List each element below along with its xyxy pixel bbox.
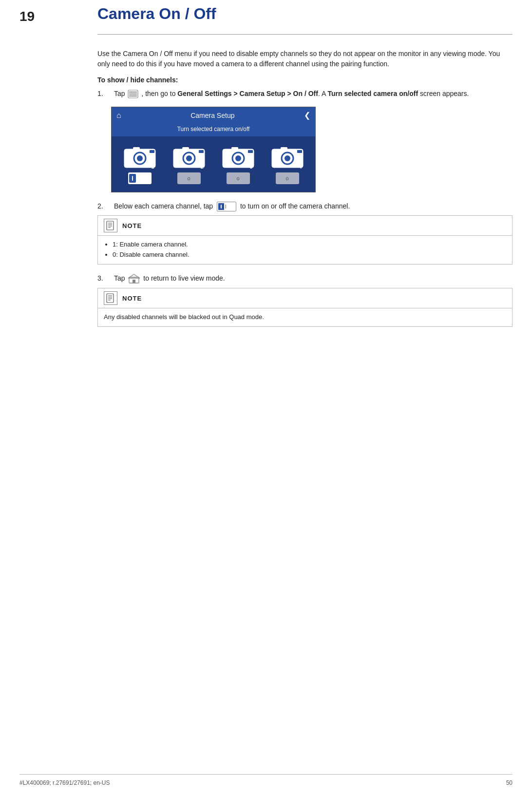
screen-subtitle: Turn selected camera on/off	[112, 123, 315, 136]
note-box-2: NOTE Any disabled channels will be black…	[97, 288, 513, 327]
camera-cell-1: 1	[116, 144, 163, 170]
main-content: Use the Camera On / Off menu if you need…	[97, 49, 513, 336]
svg-rect-23	[297, 150, 302, 153]
note-document-icon-2	[106, 293, 115, 303]
screen-header: ⌂ Camera Setup ❮	[112, 107, 315, 123]
camera-icon-wrap-2: 2	[172, 144, 206, 170]
inline-toggle: I	[217, 202, 236, 211]
camera-icon-wrap-1: 1	[123, 144, 156, 170]
top-rule	[97, 34, 513, 35]
svg-rect-7	[133, 147, 140, 150]
svg-rect-24	[107, 221, 114, 230]
screen-back-icon: ❮	[304, 111, 310, 120]
camera-number-3: 3	[249, 164, 252, 170]
svg-rect-32	[107, 294, 114, 303]
toggle-off-label-4: o	[285, 175, 288, 181]
camera-cell-2: 2	[166, 144, 212, 170]
intro-paragraph: Use the Camera On / Off menu if you need…	[97, 49, 513, 69]
svg-point-21	[285, 155, 290, 161]
toggle-cell-1	[116, 172, 163, 184]
bottom-rule	[19, 774, 513, 775]
step-1-content: Tap , then go to General Settings > Came…	[114, 89, 469, 99]
screen-cameras: 1 2	[112, 136, 315, 170]
note-label-1: NOTE	[122, 222, 142, 229]
svg-rect-13	[199, 150, 204, 153]
toggle-on-1	[128, 172, 152, 184]
toggle-off-label-3: o	[236, 175, 239, 181]
svg-point-16	[235, 155, 241, 161]
camera-number-2: 2	[200, 164, 203, 170]
svg-rect-31	[133, 280, 135, 283]
note-body-2: Any disabled channels will be blacked ou…	[98, 308, 512, 326]
note-label-2: NOTE	[122, 295, 142, 302]
inline-toggle-bar	[218, 203, 224, 210]
footer-reference: #LX400069; r.27691/27691; en-US	[19, 779, 110, 786]
svg-marker-30	[128, 274, 140, 278]
camera-number-4: 4	[299, 164, 302, 170]
note-body-1: 1: Enable camera channel. 0: Disable cam…	[98, 236, 512, 264]
toggle-on-bar-line	[132, 176, 133, 181]
svg-rect-18	[248, 150, 253, 153]
inline-toggle-bar-line	[221, 205, 222, 208]
step-3: 3. Tap to return to live view mode.	[97, 273, 513, 327]
svg-rect-8	[150, 150, 154, 153]
inline-toggle-label: I	[225, 203, 227, 210]
step-2: 2. Below each camera channel, tap I to t…	[97, 201, 513, 265]
note-icon-1	[104, 219, 117, 232]
svg-point-6	[137, 155, 143, 161]
note-item-1: 1: Enable camera channel.	[113, 240, 506, 250]
toggle-off-label-2: o	[187, 175, 190, 181]
note-header-1: NOTE	[98, 216, 512, 236]
camera-icon-wrap-4: 4	[271, 144, 304, 170]
toggle-cell-2: o	[166, 172, 212, 184]
note-box-1: NOTE 1: Enable camera channel. 0: Disabl…	[97, 215, 513, 265]
step-3-number: 3.	[97, 273, 111, 284]
note-document-icon	[106, 221, 115, 230]
toggle-cell-4: o	[264, 172, 310, 184]
step-1-number: 1.	[97, 89, 111, 99]
svg-point-11	[186, 155, 192, 161]
svg-rect-17	[231, 147, 238, 150]
svg-rect-22	[281, 147, 287, 150]
toggle-on-bar	[129, 174, 136, 183]
toggle-off-3: o	[227, 172, 250, 184]
camera-setup-screen: ⌂ Camera Setup ❮ Turn selected camera on…	[111, 107, 316, 192]
section-title: To show / hide channels:	[97, 76, 513, 84]
screen-home-icon: ⌂	[116, 111, 121, 120]
camera-cell-4: 4	[264, 144, 310, 170]
note-header-2: NOTE	[98, 288, 512, 308]
footer-page-number: 50	[506, 779, 513, 786]
camera-cell-3: 3	[215, 144, 261, 170]
step-2-content: Below each camera channel, tap I to turn…	[114, 201, 350, 211]
note-icon-2	[104, 291, 117, 305]
menu-icon	[128, 90, 138, 98]
step-3-content: Tap to return to live view mode.	[114, 273, 225, 284]
camera-number-1: 1	[151, 164, 154, 170]
screen-header-title: Camera Setup	[121, 112, 304, 119]
toggle-off-2: o	[177, 172, 201, 184]
toggle-off-4: o	[276, 172, 299, 184]
camera-icon-wrap-3: 3	[222, 144, 255, 170]
screen-toggles: o o o	[112, 170, 315, 192]
page-number-left: 19	[19, 9, 35, 24]
toggle-cell-3: o	[215, 172, 261, 184]
step-2-number: 2.	[97, 201, 111, 211]
note-item-2: 0: Disable camera channel.	[113, 250, 506, 260]
page-title: Camera On / Off	[97, 5, 216, 23]
svg-rect-12	[182, 147, 189, 150]
step-1: 1. Tap , then go to General Settings > C…	[97, 89, 513, 192]
home-icon-inline	[128, 273, 140, 284]
